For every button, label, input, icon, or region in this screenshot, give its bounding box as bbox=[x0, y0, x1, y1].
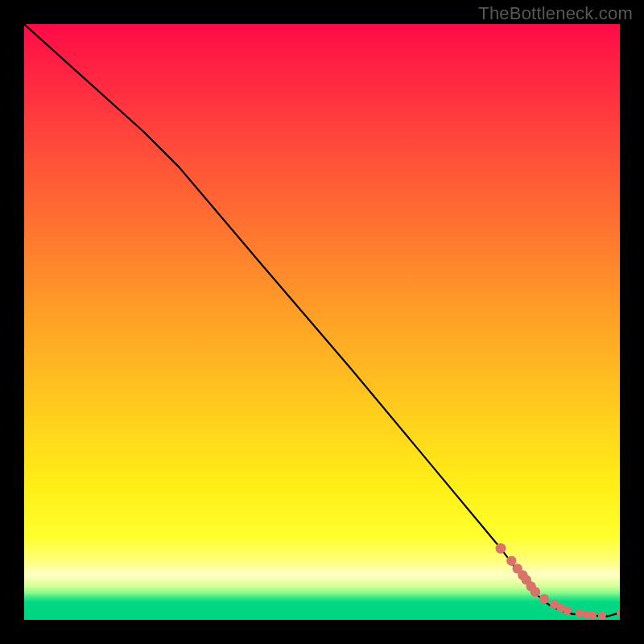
chart-stage: TheBottleneck.com bbox=[0, 0, 644, 644]
marker-dot bbox=[563, 606, 572, 615]
marker-dot bbox=[496, 543, 506, 554]
markers-layer bbox=[24, 24, 620, 620]
marker-dot bbox=[617, 609, 620, 616]
marker-dot bbox=[598, 612, 606, 620]
marker-dot bbox=[530, 587, 540, 597]
marker-dot bbox=[588, 611, 597, 619]
watermark-text: TheBottleneck.com bbox=[478, 3, 633, 24]
marker-dot bbox=[539, 594, 549, 604]
plot-area bbox=[24, 24, 620, 620]
marker-dot bbox=[575, 609, 583, 617]
